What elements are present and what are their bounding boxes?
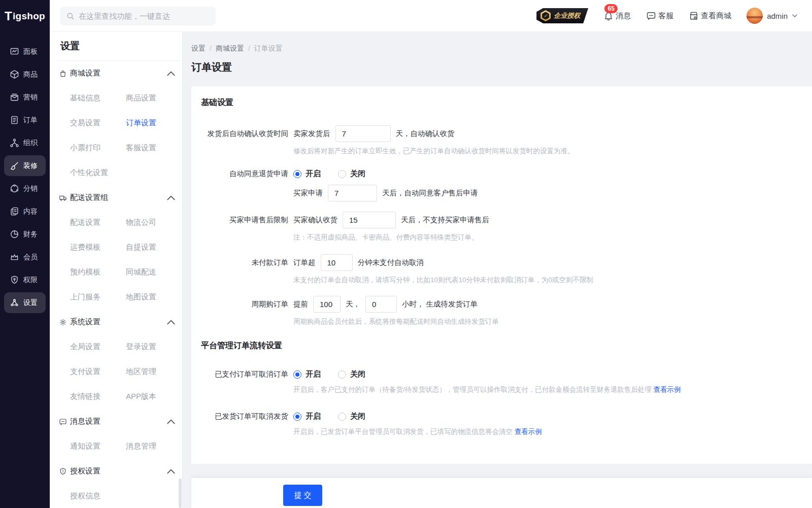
global-search[interactable] — [60, 7, 216, 25]
field-suffix: 天，自动确认收货 — [396, 129, 455, 139]
app-logo[interactable]: Tigshop — [0, 0, 50, 32]
panel-item[interactable]: 登录设置 — [126, 334, 182, 359]
sidebar-item-permissions[interactable]: 权限 — [4, 269, 46, 290]
form-row-auto-agree-days: 买家申请 天后，自动同意客户售后申请 — [191, 185, 812, 201]
breadcrumb-separator: / — [210, 44, 212, 53]
search-icon — [66, 12, 75, 20]
sidebar-item-members[interactable]: 会员 — [4, 247, 46, 267]
panel-item[interactable]: 预约模板 — [70, 260, 126, 285]
chevron-up-icon[interactable] — [167, 70, 175, 78]
panel-item[interactable]: 地区管理 — [126, 359, 182, 384]
radio-option-on[interactable]: 开启 — [293, 169, 321, 179]
group-label: 配送设置组 — [70, 193, 108, 202]
chevron-up-icon[interactable] — [167, 418, 175, 426]
dashboard-icon — [10, 47, 19, 56]
messages-label: 消息 — [616, 11, 631, 21]
view-example-link[interactable]: 查看示例 — [654, 386, 681, 393]
view-example-link[interactable]: 查看示例 — [515, 428, 542, 435]
panel-item[interactable]: 友情链接 — [70, 384, 126, 409]
sidebar-item-products[interactable]: 商品 — [4, 64, 46, 85]
panel-item[interactable]: 地图设置 — [126, 285, 182, 310]
customer-service-button[interactable]: 客服 — [646, 11, 673, 21]
panel-scrollbar-thumb[interactable] — [179, 479, 182, 508]
enterprise-license-badge[interactable]: 企业授权 — [536, 8, 588, 23]
panel-item[interactable]: APP版本 — [126, 384, 182, 409]
panel-item[interactable]: 通知设置 — [70, 434, 126, 459]
messages-button[interactable]: 65 消息 — [603, 11, 631, 21]
field-label: 未付款订单 — [191, 258, 288, 267]
group-label: 系统设置 — [70, 317, 100, 327]
user-menu[interactable]: admin — [747, 8, 798, 24]
primary-sidebar: Tigshop 面板 商品 营销 订单 组织 装修 分销 — [0, 0, 50, 508]
sidebar-item-decoration[interactable]: 装修 — [4, 155, 46, 176]
sidebar-item-label: 财务 — [23, 230, 38, 239]
radio-selected-icon — [293, 170, 301, 178]
sidebar-item-label: 订单 — [23, 116, 38, 125]
panel-item[interactable]: 基础信息 — [70, 86, 126, 111]
panel-item[interactable]: 上门服务 — [70, 285, 126, 310]
sidebar-item-content[interactable]: 内容 — [4, 201, 46, 222]
message-bubble-icon — [59, 418, 67, 426]
field-help: 修改后将对新产生的订单立即生效，已产生的订单自动确认收货时间将以发货时的设置为准… — [293, 147, 812, 156]
panel-item[interactable]: 全局设置 — [70, 334, 126, 359]
panel-item[interactable]: 交易设置 — [70, 111, 126, 136]
submit-button[interactable]: 提 交 — [283, 485, 322, 506]
group-message-settings[interactable]: 消息设置 — [50, 409, 182, 434]
settings-form-card: 基础设置 发货后自动确认收货时间 卖家发货后 天，自动确认收货 修改后将对新产生… — [191, 86, 812, 464]
radio-unselected-icon — [338, 170, 346, 178]
panel-item[interactable]: 授权信息 — [70, 484, 126, 508]
advance-hours-input[interactable] — [365, 296, 397, 313]
sidebar-item-settings[interactable]: 设置 — [4, 292, 46, 313]
panel-item[interactable]: 支付设置 — [70, 359, 126, 384]
sidebar-item-finance[interactable]: 财务 — [4, 224, 46, 245]
group-delivery-settings[interactable]: 配送设置组 — [50, 185, 182, 210]
form-row-aftersale-limit: 买家申请售后限制 买家确认收货 天后，不支持买家申请售后 — [191, 212, 812, 228]
panel-item-active[interactable]: 订单设置 — [126, 111, 182, 136]
chevron-up-icon[interactable] — [167, 194, 175, 202]
search-input[interactable] — [79, 12, 210, 20]
panel-item[interactable]: 运费模板 — [70, 235, 126, 260]
marketing-icon — [10, 92, 19, 102]
chevron-up-icon[interactable] — [167, 318, 175, 326]
sidebar-item-label: 商品 — [23, 70, 38, 79]
group-system-settings[interactable]: 系统设置 — [50, 310, 182, 334]
panel-item[interactable]: 商品设置 — [126, 86, 182, 111]
panel-item[interactable]: 小票打印 — [70, 136, 126, 160]
group-license-settings[interactable]: 授权设置 — [50, 459, 182, 484]
advance-days-input[interactable] — [313, 296, 341, 313]
breadcrumb-item[interactable]: 商城设置 — [216, 44, 244, 53]
sidebar-item-marketing[interactable]: 营销 — [4, 87, 46, 108]
radio-option-on[interactable]: 开启 — [293, 412, 321, 421]
chevron-up-icon[interactable] — [167, 467, 175, 476]
field-mid: 天， — [346, 299, 360, 309]
panel-item[interactable]: 个性化设置 — [70, 160, 126, 185]
panel-item[interactable]: 消息管理 — [126, 434, 182, 459]
panel-item[interactable]: 自提设置 — [126, 235, 182, 260]
radio-option-off[interactable]: 关闭 — [338, 169, 365, 179]
field-suffix: 分钟未支付自动取消 — [358, 258, 424, 267]
panel-item[interactable]: 物流公司 — [126, 210, 182, 235]
breadcrumb-item[interactable]: 设置 — [191, 44, 206, 53]
sidebar-item-organization[interactable]: 组织 — [4, 132, 46, 153]
group-message-settings-items: 通知设置 消息管理 — [70, 434, 182, 459]
view-store-button[interactable]: 查看商城 — [689, 11, 731, 21]
field-help: 周期购商品会员付款后，系统将按每期配送时间自动生成待发货订单 — [293, 317, 812, 326]
radio-option-off[interactable]: 关闭 — [338, 369, 365, 379]
order-doc-icon — [10, 115, 19, 125]
buyer-apply-days-input[interactable] — [328, 185, 377, 201]
radio-option-on[interactable]: 开启 — [293, 369, 321, 379]
unpaid-cancel-minutes-input[interactable] — [321, 254, 353, 271]
field-label: 周期购订单 — [191, 299, 288, 309]
sidebar-item-orders[interactable]: 订单 — [4, 110, 46, 130]
auto-confirm-days-input[interactable] — [335, 125, 391, 142]
section-title-platform-flow: 平台管理订单流转设置 — [201, 341, 812, 351]
breadcrumb: 设置 / 商城设置 / 订单设置 — [183, 32, 812, 53]
aftersale-limit-days-input[interactable] — [343, 212, 396, 228]
sidebar-item-distribution[interactable]: 分销 — [4, 178, 46, 199]
radio-option-off[interactable]: 关闭 — [338, 412, 365, 421]
group-shop-settings[interactable]: 商城设置 — [50, 61, 182, 86]
panel-item[interactable]: 同城配送 — [126, 260, 182, 285]
sidebar-item-dashboard[interactable]: 面板 — [4, 41, 46, 62]
panel-item[interactable]: 配送设置 — [70, 210, 126, 235]
panel-item[interactable]: 客服设置 — [126, 136, 182, 160]
